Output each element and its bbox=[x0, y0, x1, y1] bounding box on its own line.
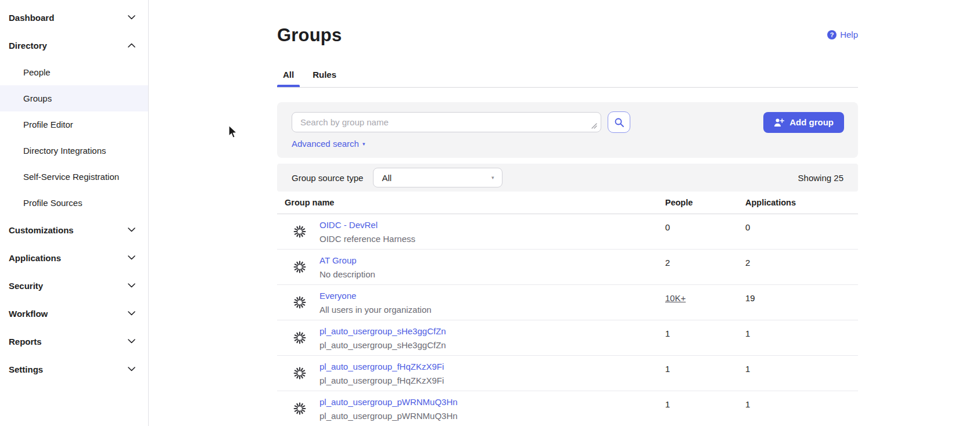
tab-all[interactable]: All bbox=[277, 65, 300, 87]
group-description: OIDC reference Harness bbox=[320, 234, 415, 244]
sidebar-item-label: Profile Editor bbox=[23, 120, 73, 129]
chevron-down-icon bbox=[128, 228, 135, 232]
group-icon bbox=[293, 402, 306, 415]
search-icon bbox=[614, 117, 624, 128]
chevron-down-icon bbox=[128, 283, 135, 288]
group-name-cell: AT Group No description bbox=[277, 255, 665, 279]
table-row: pl_auto_usergroup_pWRNMuQ3Hn pl_auto_use… bbox=[277, 391, 858, 426]
applications-count: 1 bbox=[745, 399, 750, 409]
sidebar-item-reports[interactable]: Reports bbox=[0, 327, 148, 355]
group-description: pl_auto_usergroup_sHe3ggCfZn bbox=[320, 340, 446, 350]
chevron-up-icon bbox=[128, 43, 135, 48]
group-name-link[interactable]: Everyone bbox=[320, 291, 356, 301]
sidebar-item-dashboard[interactable]: Dashboard bbox=[0, 3, 148, 31]
add-group-button[interactable]: Add group bbox=[763, 112, 844, 133]
chevron-down-icon bbox=[128, 311, 135, 316]
group-name-cell: pl_auto_usergroup_sHe3ggCfZn pl_auto_use… bbox=[277, 326, 665, 350]
sidebar-item-label: Applications bbox=[9, 253, 61, 263]
filter-bar: Group source type All ▾ Showing 25 bbox=[277, 164, 858, 192]
table-header: Group name People Applications bbox=[277, 192, 858, 214]
group-description: No description bbox=[320, 269, 375, 279]
applications-count-cell: 0 bbox=[745, 214, 858, 232]
caret-down-icon: ▾ bbox=[491, 175, 494, 180]
group-name-cell: OIDC - DevRel OIDC reference Harness bbox=[277, 220, 665, 244]
column-header-applications: Applications bbox=[745, 198, 858, 207]
group-name-block: pl_auto_usergroup_pWRNMuQ3Hn pl_auto_use… bbox=[320, 397, 458, 421]
group-icon bbox=[293, 367, 306, 380]
table-row: pl_auto_usergroup_sHe3ggCfZn pl_auto_use… bbox=[277, 320, 858, 356]
applications-count: 1 bbox=[745, 364, 750, 374]
group-source-type-select[interactable]: All ▾ bbox=[373, 168, 502, 187]
sidebar-item-customizations[interactable]: Customizations bbox=[0, 216, 148, 244]
advanced-search-link[interactable]: Advanced search ▾ bbox=[292, 139, 365, 149]
group-name-link[interactable]: pl_auto_usergroup_sHe3ggCfZn bbox=[320, 326, 446, 336]
tab-bar: All Rules bbox=[277, 65, 858, 88]
applications-count-cell: 1 bbox=[745, 391, 858, 409]
table-row: pl_auto_usergroup_fHqZKzX9Fi pl_auto_use… bbox=[277, 356, 858, 391]
group-icon bbox=[293, 296, 306, 309]
sidebar-item-applications[interactable]: Applications bbox=[0, 244, 148, 272]
people-count: 0 bbox=[665, 222, 670, 232]
advanced-search-label: Advanced search bbox=[292, 139, 359, 149]
group-name-link[interactable]: OIDC - DevRel bbox=[320, 220, 378, 230]
chevron-down-icon bbox=[128, 367, 135, 371]
page-title: Groups bbox=[277, 24, 342, 46]
sidebar-item-security[interactable]: Security bbox=[0, 272, 148, 299]
sidebar-item-label: Directory bbox=[9, 41, 47, 50]
group-name-link[interactable]: AT Group bbox=[320, 255, 357, 265]
applications-count-cell: 1 bbox=[745, 320, 858, 338]
search-button[interactable] bbox=[608, 111, 630, 133]
group-name-link[interactable]: pl_auto_usergroup_fHqZKzX9Fi bbox=[320, 362, 444, 371]
table-row: AT Group No description 2 2 bbox=[277, 250, 858, 285]
search-panel: Add group Advanced search ▾ bbox=[277, 102, 858, 158]
people-count-cell: 1 bbox=[665, 356, 745, 374]
table-row: OIDC - DevRel OIDC reference Harness 0 0 bbox=[277, 214, 858, 250]
sidebar-item-profile-editor[interactable]: Profile Editor bbox=[0, 111, 148, 138]
column-header-people: People bbox=[665, 198, 745, 207]
sidebar-item-groups[interactable]: Groups bbox=[0, 85, 148, 111]
chevron-down-icon bbox=[128, 255, 135, 260]
sidebar-item-label: Workflow bbox=[9, 309, 48, 319]
sidebar-item-self-service-registration[interactable]: Self-Service Registration bbox=[0, 164, 148, 190]
page-header: Groups ? Help bbox=[277, 24, 858, 48]
sidebar-item-label: Dashboard bbox=[9, 13, 54, 23]
sidebar-item-label: People bbox=[23, 67, 51, 77]
people-count-cell: 1 bbox=[665, 391, 745, 409]
help-label: Help bbox=[840, 30, 858, 39]
chevron-down-icon bbox=[128, 15, 135, 20]
showing-count: Showing 25 bbox=[798, 173, 843, 183]
group-icon bbox=[293, 331, 306, 344]
sidebar-item-workflow[interactable]: Workflow bbox=[0, 299, 148, 327]
applications-count-cell: 2 bbox=[745, 250, 858, 268]
sidebar-item-settings[interactable]: Settings bbox=[0, 355, 148, 383]
sidebar-item-directory[interactable]: Directory bbox=[0, 31, 148, 59]
applications-count: 19 bbox=[745, 293, 755, 303]
sidebar-item-directory-integrations[interactable]: Directory Integrations bbox=[0, 138, 148, 164]
tab-rules[interactable]: Rules bbox=[307, 65, 342, 87]
sidebar-item-label: Customizations bbox=[9, 225, 74, 235]
group-description: pl_auto_usergroup_fHqZKzX9Fi bbox=[320, 376, 444, 385]
group-name-block: Everyone All users in your organization bbox=[320, 291, 432, 315]
search-input[interactable] bbox=[292, 112, 601, 132]
people-count: 2 bbox=[665, 258, 670, 268]
group-description: pl_auto_usergroup_pWRNMuQ3Hn bbox=[320, 411, 458, 421]
group-name-link[interactable]: pl_auto_usergroup_pWRNMuQ3Hn bbox=[320, 397, 458, 407]
group-icon bbox=[293, 261, 306, 273]
group-name-cell: pl_auto_usergroup_fHqZKzX9Fi pl_auto_use… bbox=[277, 362, 665, 385]
applications-count: 2 bbox=[745, 258, 750, 268]
people-count: 1 bbox=[665, 328, 670, 338]
sidebar-item-people[interactable]: People bbox=[0, 59, 148, 85]
sidebar-item-label: Settings bbox=[9, 364, 43, 374]
applications-count-cell: 19 bbox=[745, 285, 858, 303]
caret-down-icon: ▾ bbox=[362, 141, 365, 147]
group-description: All users in your organization bbox=[320, 305, 432, 315]
help-link[interactable]: ? Help bbox=[827, 30, 858, 39]
main-content: Groups ? Help All Rules bbox=[149, 0, 980, 426]
chevron-down-icon bbox=[128, 339, 135, 344]
applications-count: 1 bbox=[745, 328, 750, 338]
add-group-label: Add group bbox=[789, 117, 834, 127]
people-count-cell: 0 bbox=[665, 214, 745, 232]
sidebar-item-label: Security bbox=[9, 281, 43, 291]
sidebar-item-profile-sources[interactable]: Profile Sources bbox=[0, 190, 148, 216]
groups-table-body: OIDC - DevRel OIDC reference Harness 0 0 bbox=[277, 214, 858, 426]
